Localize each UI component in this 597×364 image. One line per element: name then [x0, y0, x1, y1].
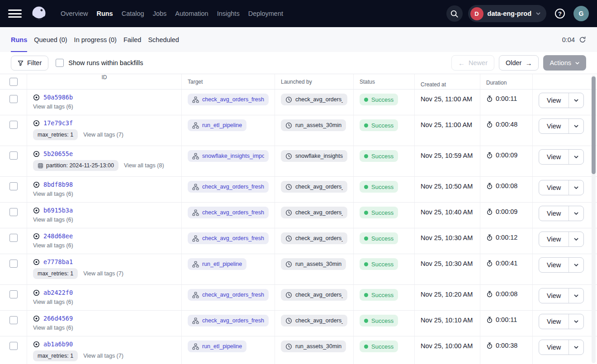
run-checkbox[interactable]: [9, 316, 18, 324]
run-checkbox[interactable]: [9, 151, 18, 160]
nav-item-jobs[interactable]: Jobs: [153, 10, 167, 17]
vertical-scrollbar[interactable]: [592, 75, 596, 363]
view-all-tags-link[interactable]: View all tags (6): [33, 325, 73, 331]
view-dropdown-button[interactable]: [569, 314, 583, 329]
target-pill[interactable]: snowflake_insights_import: [188, 150, 269, 162]
actions-button[interactable]: Actions: [543, 55, 586, 71]
view-all-tags-link[interactable]: View all tags (8): [124, 162, 164, 169]
help-button[interactable]: ?: [552, 5, 568, 22]
run-id-link[interactable]: b6915b3a: [43, 207, 73, 214]
select-all-checkbox[interactable]: [9, 78, 18, 86]
run-checkbox[interactable]: [9, 208, 18, 216]
view-dropdown-button[interactable]: [569, 93, 583, 108]
view-button[interactable]: View: [539, 93, 569, 108]
run-checkbox[interactable]: [9, 121, 18, 129]
target-pill[interactable]: check_avg_orders_freshne: [188, 207, 269, 218]
older-button[interactable]: Older →: [499, 55, 539, 71]
target-pill[interactable]: run_etl_pipeline: [188, 258, 246, 270]
view-dropdown-button[interactable]: [569, 232, 583, 246]
target-pill[interactable]: run_etl_pipeline: [188, 340, 246, 352]
run-select-cell: [0, 336, 27, 364]
column-header-target: Target: [182, 74, 275, 89]
run-checkbox[interactable]: [9, 290, 18, 298]
launched-by-pill[interactable]: run_assets_30min: [281, 258, 346, 270]
nav-item-overview[interactable]: Overview: [61, 10, 88, 17]
search-button[interactable]: [446, 5, 463, 22]
run-checkbox[interactable]: [9, 95, 18, 103]
launched-by-pill[interactable]: check_avg_orders_f…: [281, 181, 347, 193]
run-checkbox[interactable]: [9, 234, 18, 242]
target-label: run_etl_pipeline: [202, 343, 242, 350]
tab-scheduled[interactable]: Scheduled: [148, 27, 179, 52]
view-all-tags-link[interactable]: View all tags (7): [83, 270, 123, 277]
run-id-link[interactable]: 8bdf8b98: [43, 181, 73, 188]
view-dropdown-button[interactable]: [569, 288, 583, 303]
scrollbar-thumb[interactable]: [592, 76, 596, 174]
run-checkbox[interactable]: [9, 182, 18, 190]
filter-button[interactable]: Filter: [11, 56, 48, 71]
view-all-tags-link[interactable]: View all tags (6): [33, 242, 73, 249]
hamburger-menu-icon[interactable]: [8, 9, 22, 19]
view-button[interactable]: View: [539, 340, 569, 355]
tab-in-progress-0[interactable]: In progress (0): [74, 27, 117, 52]
view-button[interactable]: View: [539, 180, 569, 195]
view-button[interactable]: View: [539, 150, 569, 164]
run-id-link[interactable]: ab2422f0: [43, 289, 73, 296]
view-dropdown-button[interactable]: [569, 150, 583, 164]
launched-by-pill[interactable]: check_avg_orders_f…: [281, 207, 347, 218]
run-id-link[interactable]: 248d68ee: [43, 232, 73, 240]
run-checkbox[interactable]: [9, 342, 18, 350]
run-checkbox[interactable]: [9, 260, 18, 268]
nav-item-runs[interactable]: Runs: [96, 10, 113, 17]
launched-by-pill[interactable]: check_avg_orders_f…: [281, 289, 347, 301]
target-pill[interactable]: check_avg_orders_freshne: [188, 315, 269, 326]
launched-by-pill[interactable]: check_avg_orders_f…: [281, 94, 347, 105]
view-dropdown-button[interactable]: [569, 180, 583, 195]
launched-by-pill[interactable]: check_avg_orders_f…: [281, 315, 347, 326]
user-avatar[interactable]: G: [573, 6, 589, 21]
view-dropdown-button[interactable]: [569, 119, 583, 133]
view-all-tags-link[interactable]: View all tags (6): [33, 104, 73, 110]
view-button[interactable]: View: [539, 119, 569, 133]
run-id-link[interactable]: 266d4569: [43, 315, 73, 322]
target-pill[interactable]: check_avg_orders_freshne: [188, 94, 269, 105]
launched-by-pill[interactable]: run_assets_30min: [281, 119, 346, 131]
view-button[interactable]: View: [539, 314, 569, 329]
view-dropdown-button[interactable]: [569, 206, 583, 221]
target-pill[interactable]: run_etl_pipeline: [188, 119, 246, 131]
show-backfills-checkbox[interactable]: [56, 59, 64, 67]
run-id-link[interactable]: 50a5986b: [43, 94, 73, 101]
view-button[interactable]: View: [539, 258, 569, 272]
nav-item-catalog[interactable]: Catalog: [122, 10, 144, 17]
tab-queued-0[interactable]: Queued (0): [34, 27, 67, 52]
run-id-link[interactable]: e7778ba1: [43, 258, 73, 265]
view-button[interactable]: View: [539, 206, 569, 221]
view-dropdown-button[interactable]: [569, 258, 583, 272]
target-pill[interactable]: check_avg_orders_freshne: [188, 232, 269, 244]
view-all-tags-link[interactable]: View all tags (7): [83, 132, 123, 138]
run-id-link[interactable]: ab1a6b90: [43, 340, 73, 348]
deployment-switcher[interactable]: D data-eng-prod: [468, 5, 546, 22]
view-button[interactable]: View: [539, 232, 569, 246]
view-all-tags-link[interactable]: View all tags (6): [33, 299, 73, 305]
view-button[interactable]: View: [539, 288, 569, 303]
newer-button[interactable]: ← Newer: [451, 55, 494, 71]
view-all-tags-link[interactable]: View all tags (6): [33, 191, 73, 197]
nav-item-automation[interactable]: Automation: [175, 10, 208, 17]
view-all-tags-link[interactable]: View all tags (7): [83, 353, 123, 359]
launched-by-pill[interactable]: run_assets_30min: [281, 340, 346, 352]
status-dot-icon: [364, 345, 368, 349]
launched-by-pill[interactable]: check_avg_orders_f…: [281, 232, 347, 244]
refresh-button[interactable]: [579, 36, 586, 43]
tab-runs[interactable]: Runs: [11, 27, 27, 52]
view-dropdown-button[interactable]: [569, 340, 583, 355]
nav-item-insights[interactable]: Insights: [217, 10, 240, 17]
run-id-link[interactable]: 17e79c3f: [43, 119, 73, 127]
run-id-link[interactable]: 5b20655e: [43, 150, 73, 157]
target-pill[interactable]: check_avg_orders_freshne: [188, 181, 269, 193]
tab-failed[interactable]: Failed: [123, 27, 142, 52]
launched-by-pill[interactable]: snowflake_insights_…: [281, 150, 347, 162]
view-all-tags-link[interactable]: View all tags (6): [33, 217, 73, 223]
target-pill[interactable]: check_avg_orders_freshne: [188, 289, 269, 301]
nav-item-deployment[interactable]: Deployment: [248, 10, 283, 17]
